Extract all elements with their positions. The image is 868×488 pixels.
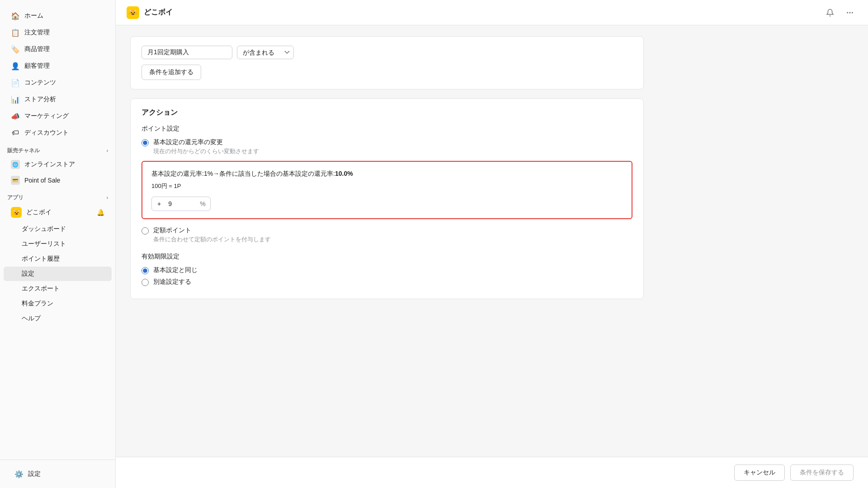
percent-input-wrapper: + % (151, 197, 211, 211)
sidebar-item-content-label: コンテンツ (24, 79, 56, 87)
save-button[interactable]: 条件を保存する (790, 465, 854, 481)
more-button[interactable] (843, 5, 857, 20)
analytics-icon: 📊 (11, 95, 20, 104)
radio-basic-rate-sublabel: 現在の付与からどのくらい変動させます (153, 147, 259, 155)
sidebar-item-online-store[interactable]: 🌐 オンラインストア (4, 157, 112, 172)
settings-gear-icon: ⚙️ (14, 469, 24, 479)
sidebar-item-help-label: ヘルプ (22, 314, 41, 323)
radio-fixed-point-label: 定額ポイント (153, 226, 271, 235)
percent-input-row: + % (151, 197, 623, 211)
radio-same-as-basic-input[interactable] (142, 267, 149, 274)
sidebar-item-pos-label: Point of Sale (24, 177, 60, 184)
topbar-app-icon: 😺 (127, 6, 139, 19)
sidebar-item-discount-label: ディスカウント (24, 129, 69, 137)
sidebar-item-pos[interactable]: 💳 Point of Sale (4, 173, 112, 188)
sidebar-item-orders[interactable]: 📋 注文管理 (4, 24, 112, 41)
cancel-button[interactable]: キャンセル (734, 465, 785, 481)
sidebar-nav: 🏠 ホーム 📋 注文管理 🏷️ 商品管理 👤 顧客管理 📄 コンテンツ 📊 スト… (0, 0, 115, 460)
discount-icon: 🏷 (11, 128, 20, 137)
radio-same-as-basic[interactable]: 基本設定と同じ (142, 266, 632, 274)
sidebar-item-export[interactable]: エクスポート (4, 282, 112, 296)
apps-chevron: › (107, 195, 108, 200)
sidebar-item-customers[interactable]: 👤 顧客管理 (4, 58, 112, 74)
sidebar-item-bottom-settings[interactable]: ⚙️ 設定 (7, 466, 108, 482)
radio-basic-rate-label: 基本設定の還元率の変更 (153, 138, 259, 146)
sidebar-item-discount[interactable]: 🏷 ディスカウント (4, 125, 112, 141)
radio-fixed-point-content: 定額ポイント 条件に合わせて定額のポイントを付与します (153, 226, 271, 244)
radio-separate-setting-input[interactable] (142, 279, 149, 286)
sidebar-bottom-settings-label: 設定 (28, 470, 41, 478)
radio-separate-setting[interactable]: 別途設定する (142, 278, 632, 286)
topbar-title: どこボイ (144, 8, 173, 17)
sales-channel-chevron: › (107, 148, 108, 153)
bell-button[interactable] (823, 5, 837, 20)
sidebar-item-point-history[interactable]: ポイント履歴 (4, 252, 112, 266)
sidebar-item-help[interactable]: ヘルプ (4, 311, 112, 326)
sidebar-item-dokoboi[interactable]: 😺 どこボイ 🔔 (4, 204, 112, 221)
sidebar-item-point-history-label: ポイント履歴 (22, 255, 60, 263)
radio-fixed-point-input[interactable] (142, 227, 149, 235)
sidebar: 🏠 ホーム 📋 注文管理 🏷️ 商品管理 👤 顧客管理 📄 コンテンツ 📊 スト… (0, 0, 116, 488)
filter-select[interactable]: が含まれる が含まれない (237, 46, 294, 59)
svg-point-1 (849, 12, 851, 13)
top-bar: 😺 どこボイ (116, 0, 868, 25)
svg-point-2 (852, 12, 853, 13)
sidebar-item-content[interactable]: 📄 コンテンツ (4, 75, 112, 91)
sidebar-item-user-list-label: ユーザーリスト (22, 240, 66, 248)
actions-title: アクション (142, 108, 632, 117)
percent-value-input[interactable] (164, 197, 200, 211)
sidebar-item-online-store-label: オンラインストア (24, 160, 75, 169)
sidebar-item-marketing[interactable]: 📣 マーケティング (4, 108, 112, 124)
highlight-info-prefix: 基本設定の還元率:1%→条件に該当した場合の基本設定の還元率: (151, 170, 335, 177)
sidebar-item-dashboard-label: ダッシュボード (22, 225, 66, 233)
online-store-icon: 🌐 (11, 160, 20, 169)
sidebar-item-orders-label: 注文管理 (24, 28, 50, 37)
validity-section: 有効期限設定 基本設定と同じ 別途設定する (142, 253, 632, 286)
actions-section: アクション ポイント設定 基本設定の還元率の変更 現在の付与からどのくらい変動さ… (130, 99, 644, 299)
apps-header: アプリ › (0, 188, 115, 203)
main-area: 😺 どこボイ が (116, 0, 868, 488)
sidebar-item-user-list[interactable]: ユーザーリスト (4, 237, 112, 251)
sidebar-item-plan-label: 料金プラン (22, 300, 53, 308)
radio-basic-rate-input[interactable] (142, 139, 149, 146)
sidebar-item-products[interactable]: 🏷️ 商品管理 (4, 41, 112, 57)
sidebar-item-home[interactable]: 🏠 ホーム (4, 8, 112, 24)
radio-fixed-point-sublabel: 条件に合わせて定額のポイントを付与します (153, 235, 271, 244)
sidebar-item-products-label: 商品管理 (24, 45, 50, 53)
content-area: が含まれる が含まれない 条件を追加する アクション ポイント設定 基本設定の還… (116, 25, 868, 457)
add-condition-row: 条件を追加する (142, 65, 632, 80)
sidebar-item-plan[interactable]: 料金プラン (4, 296, 112, 311)
sidebar-item-dashboard[interactable]: ダッシュボード (4, 222, 112, 236)
highlight-info-text: 基本設定の還元率:1%→条件に該当した場合の基本設定の還元率:10.0% (151, 169, 623, 178)
radio-fixed-point[interactable]: 定額ポイント 条件に合わせて定額のポイントを付与します (142, 226, 632, 244)
radio-same-as-basic-label: 基本設定と同じ (153, 266, 198, 274)
sidebar-item-export-label: エクスポート (22, 285, 60, 293)
marketing-icon: 📣 (11, 112, 20, 121)
highlight-box: 基本設定の還元率:1%→条件に該当した場合の基本設定の還元率:10.0% 100… (142, 161, 632, 219)
pos-icon: 💳 (11, 176, 20, 185)
sidebar-item-analytics[interactable]: 📊 ストア分析 (4, 91, 112, 108)
sidebar-item-customers-label: 顧客管理 (24, 62, 50, 70)
filter-card: が含まれる が含まれない 条件を追加する (130, 36, 644, 89)
validity-title: 有効期限設定 (142, 253, 632, 261)
filter-text-input[interactable] (142, 46, 232, 59)
content-icon: 📄 (11, 78, 20, 87)
dokoboi-bell-icon: 🔔 (97, 209, 104, 216)
sidebar-item-home-label: ホーム (24, 12, 43, 20)
svg-point-0 (847, 12, 848, 13)
sidebar-item-marketing-label: マーケティング (24, 112, 69, 120)
sidebar-bottom: ⚙️ 設定 (0, 460, 115, 488)
radio-basic-rate-content: 基本設定の還元率の変更 現在の付与からどのくらい変動させます (153, 138, 259, 155)
add-condition-button[interactable]: 条件を追加する (142, 65, 201, 80)
sales-channel-header-label: 販売チャネル (7, 147, 40, 155)
radio-separate-setting-label: 別途設定する (153, 278, 191, 286)
filter-row: が含まれる が含まれない (142, 46, 632, 59)
apps-header-label: アプリ (7, 194, 24, 202)
sidebar-item-settings[interactable]: 設定 (4, 267, 112, 281)
top-bar-left: 😺 どこボイ (127, 6, 173, 19)
highlight-subtext: 100円 = 1P (151, 182, 623, 190)
products-icon: 🏷️ (11, 45, 20, 54)
orders-icon: 📋 (11, 28, 20, 37)
highlight-info-bold: 10.0% (335, 170, 353, 177)
radio-basic-rate-change[interactable]: 基本設定の還元率の変更 現在の付与からどのくらい変動させます (142, 138, 632, 155)
